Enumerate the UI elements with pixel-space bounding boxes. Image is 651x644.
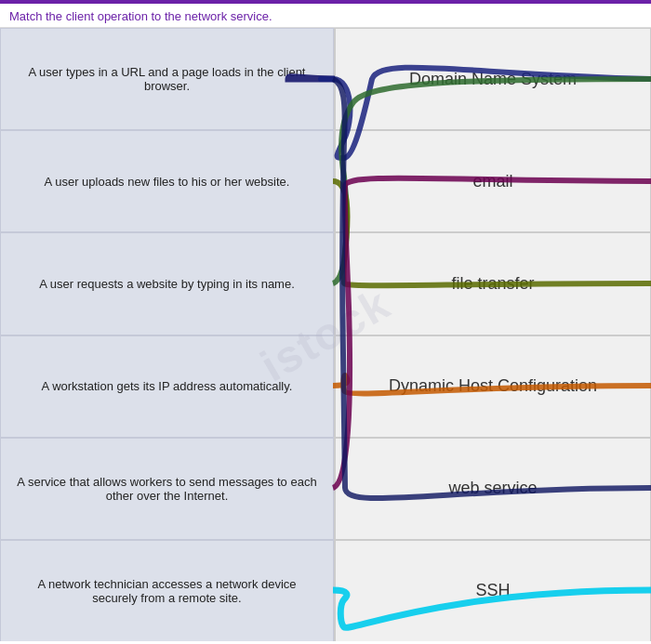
right-item-5[interactable]: SSH: [335, 540, 651, 641]
left-item-3[interactable]: A workstation gets its IP address automa…: [0, 335, 334, 438]
right-item-4[interactable]: web service: [335, 438, 651, 540]
left-column: A user types in a URL and a page loads i…: [0, 28, 335, 641]
instruction-bar: Match the client operation to the networ…: [0, 4, 651, 28]
left-item-2[interactable]: A user requests a website by typing in i…: [0, 232, 334, 335]
left-item-0[interactable]: A user types in a URL and a page loads i…: [0, 28, 334, 130]
right-column: Domain Name System email file transfer D…: [335, 28, 651, 641]
right-item-3[interactable]: Dynamic Host Configuration: [335, 335, 651, 438]
instruction-text: Match the client operation to the networ…: [9, 9, 272, 23]
left-item-5[interactable]: A network technician accesses a network …: [0, 540, 334, 641]
left-item-4[interactable]: A service that allows workers to send me…: [0, 438, 334, 540]
left-item-1[interactable]: A user uploads new files to his or her w…: [0, 130, 334, 232]
right-item-2[interactable]: file transfer: [335, 232, 651, 335]
right-item-1[interactable]: email: [335, 130, 651, 232]
right-item-0[interactable]: Domain Name System: [335, 28, 651, 130]
